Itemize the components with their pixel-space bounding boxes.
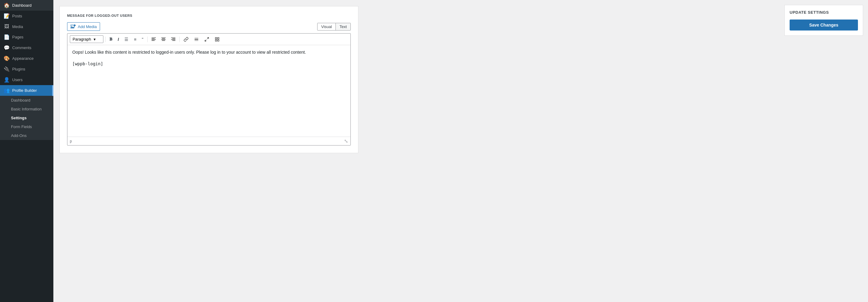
align-center-button[interactable] bbox=[159, 36, 168, 43]
add-media-button[interactable]: Add Media bbox=[67, 22, 100, 31]
submenu-label: Form Fields bbox=[11, 124, 32, 129]
sidebar-item-appearance[interactable]: 🎨 Appearance bbox=[0, 53, 53, 64]
appearance-icon: 🎨 bbox=[4, 56, 10, 61]
right-panel: UPDATE SETTINGS Save Changes bbox=[780, 0, 868, 302]
format-bar: Paragraph ▼ 𝐁 I ☰ ≡ " bbox=[67, 34, 350, 45]
sidebar-item-label: Comments bbox=[12, 46, 31, 50]
submenu-label: Add-Ons bbox=[11, 133, 27, 138]
editor-content-paragraph: Oops! Looks like this content is restric… bbox=[72, 49, 346, 56]
editor-body[interactable]: Oops! Looks like this content is restric… bbox=[67, 45, 350, 137]
posts-icon: 📝 bbox=[4, 13, 10, 19]
more-icon bbox=[215, 37, 220, 42]
submenu-label: Basic Information bbox=[11, 107, 41, 111]
svg-rect-4 bbox=[73, 25, 76, 26]
chevron-down-icon: ▼ bbox=[93, 37, 96, 41]
align-center-icon bbox=[161, 37, 165, 41]
submenu-item-dashboard[interactable]: Dashboard bbox=[0, 96, 53, 104]
svg-marker-2 bbox=[70, 27, 74, 28]
main-content-area: MESSAGE FOR LOGGED-OUT USERS Add Media V… bbox=[53, 0, 780, 302]
submenu-item-basic-info[interactable]: Basic Information bbox=[0, 104, 53, 114]
submenu-item-form-fields[interactable]: Form Fields bbox=[0, 122, 53, 131]
ul-icon: ☰ bbox=[124, 37, 128, 42]
align-right-icon bbox=[171, 37, 175, 41]
submenu-label: Settings bbox=[11, 116, 27, 120]
sidebar-item-users[interactable]: 👤 Users bbox=[0, 74, 53, 85]
tab-visual-label: Visual bbox=[321, 24, 332, 29]
media-icon: 🖼 bbox=[4, 24, 10, 29]
dashboard-icon: 🏠 bbox=[4, 2, 10, 8]
align-left-button[interactable] bbox=[150, 36, 158, 43]
unordered-list-button[interactable]: ☰ bbox=[122, 36, 130, 43]
editor-container: Paragraph ▼ 𝐁 I ☰ ≡ " bbox=[67, 33, 351, 146]
submenu-item-addons[interactable]: Add-Ons bbox=[0, 131, 53, 140]
fullscreen-button[interactable] bbox=[202, 36, 211, 43]
pages-icon: 📄 bbox=[4, 34, 10, 40]
blockquote-icon: " bbox=[142, 37, 143, 42]
section-label: MESSAGE FOR LOGGED-OUT USERS bbox=[67, 14, 351, 18]
toolbar-divider-3 bbox=[179, 37, 180, 42]
align-left-icon bbox=[152, 37, 156, 41]
toolbar-divider bbox=[105, 37, 105, 42]
align-right-button[interactable] bbox=[169, 36, 178, 43]
visual-text-tabs: Visual Text bbox=[317, 23, 351, 31]
sidebar-item-profile-builder[interactable]: 👥 Profile Builder bbox=[0, 85, 53, 96]
submenu-label: Dashboard bbox=[11, 98, 31, 102]
hr-icon bbox=[194, 37, 199, 42]
sidebar-item-label: Posts bbox=[12, 14, 22, 18]
editor-toolbar-row: Add Media Visual Text bbox=[67, 22, 351, 31]
italic-button[interactable]: I bbox=[116, 36, 121, 43]
editor-footer: p ⤡ bbox=[67, 137, 350, 145]
link-icon bbox=[184, 37, 188, 42]
submenu-item-settings[interactable]: Settings bbox=[0, 114, 53, 122]
tab-visual[interactable]: Visual bbox=[317, 23, 336, 30]
sidebar-item-media[interactable]: 🖼 Media bbox=[0, 21, 53, 32]
blockquote-button[interactable]: " bbox=[140, 36, 146, 43]
users-icon: 👤 bbox=[4, 77, 10, 83]
tab-text-label: Text bbox=[339, 24, 347, 29]
content-card: MESSAGE FOR LOGGED-OUT USERS Add Media V… bbox=[60, 6, 359, 153]
svg-rect-23 bbox=[217, 37, 219, 39]
ordered-list-button[interactable]: ≡ bbox=[132, 36, 138, 43]
svg-rect-25 bbox=[217, 40, 219, 41]
resize-handle[interactable]: ⤡ bbox=[344, 138, 348, 144]
insert-link-button[interactable] bbox=[182, 36, 191, 43]
ol-icon: ≡ bbox=[134, 37, 136, 42]
sidebar-item-label: Media bbox=[12, 24, 23, 29]
paragraph-format-select[interactable]: Paragraph ▼ bbox=[70, 35, 103, 43]
sidebar-item-pages[interactable]: 📄 Pages bbox=[0, 32, 53, 42]
svg-rect-24 bbox=[215, 40, 217, 41]
update-settings-box: UPDATE SETTINGS Save Changes bbox=[784, 5, 863, 36]
sidebar: 🏠 Dashboard 📝 Posts 🖼 Media 📄 Pages 💬 Co… bbox=[0, 0, 53, 302]
sidebar-item-comments[interactable]: 💬 Comments bbox=[0, 42, 53, 53]
sidebar-item-dashboard[interactable]: 🏠 Dashboard bbox=[0, 0, 53, 11]
bold-icon: 𝐁 bbox=[110, 37, 112, 42]
sidebar-item-label: Dashboard bbox=[12, 3, 32, 8]
plugins-icon: 🔌 bbox=[4, 66, 10, 72]
toolbar-divider-2 bbox=[147, 37, 148, 42]
svg-rect-22 bbox=[215, 37, 217, 39]
sidebar-item-label: Plugins bbox=[12, 67, 25, 71]
svg-line-20 bbox=[207, 37, 209, 39]
tab-text[interactable]: Text bbox=[336, 23, 350, 30]
sidebar-item-label: Pages bbox=[12, 35, 24, 39]
editor-tag-indicator: p bbox=[70, 139, 72, 143]
horizontal-rule-button[interactable] bbox=[192, 36, 201, 43]
shortcode-text: [wppb-login] bbox=[72, 61, 103, 66]
sidebar-item-label: Users bbox=[12, 78, 23, 82]
svg-line-21 bbox=[205, 40, 207, 41]
editor-shortcode-paragraph: [wppb-login] bbox=[72, 60, 346, 67]
fullscreen-icon bbox=[204, 37, 209, 42]
more-options-button[interactable] bbox=[213, 36, 222, 43]
update-settings-title: UPDATE SETTINGS bbox=[789, 10, 858, 14]
profile-builder-submenu: Dashboard Basic Information Settings For… bbox=[0, 96, 53, 140]
bold-button[interactable]: 𝐁 bbox=[107, 35, 114, 43]
add-media-icon bbox=[70, 24, 76, 29]
comments-icon: 💬 bbox=[4, 45, 10, 51]
save-changes-button[interactable]: Save Changes bbox=[789, 20, 858, 31]
italic-icon: I bbox=[118, 37, 119, 42]
sidebar-item-label: Profile Builder bbox=[12, 88, 37, 93]
sidebar-item-posts[interactable]: 📝 Posts bbox=[0, 11, 53, 21]
add-media-label: Add Media bbox=[78, 24, 97, 29]
sidebar-item-plugins[interactable]: 🔌 Plugins bbox=[0, 64, 53, 74]
format-select-value: Paragraph bbox=[72, 37, 91, 41]
